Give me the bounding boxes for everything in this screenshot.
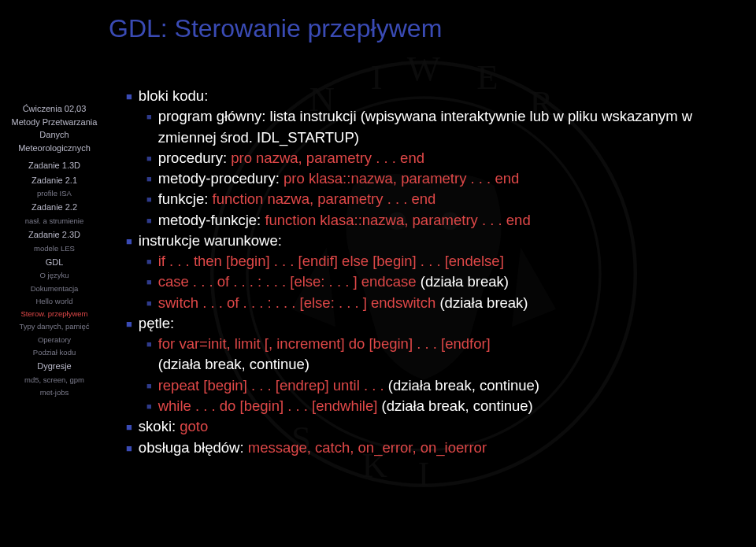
list-item-label: metody-procedury:	[158, 170, 284, 187]
slide-body: ■ bloki kodu: ■ program główny: lista in…	[109, 86, 739, 458]
sidebar-item[interactable]: Dokumentacja	[8, 283, 101, 294]
bullet-icon: ■	[146, 256, 152, 268]
svg-text:I: I	[417, 453, 429, 493]
sidebar-item[interactable]: modele LES	[8, 243, 101, 254]
bullet-icon: ■	[146, 111, 152, 124]
sidebar-item[interactable]: Operatory	[8, 334, 101, 346]
list-item: bloki kodu:	[139, 86, 208, 106]
note-text: (działa break, continue)	[388, 377, 539, 394]
presentation-title-line: Ćwiczenia 02,03	[8, 102, 101, 116]
bullet-icon: ■	[146, 401, 152, 413]
bullet-icon: ■	[126, 420, 132, 434]
sidebar-item[interactable]: profile ISA	[8, 188, 101, 199]
code-text: goto	[180, 418, 208, 434]
bullet-icon: ■	[146, 215, 152, 227]
sidebar-item[interactable]: O języku	[8, 270, 101, 281]
note-text: (działa break, continue)	[377, 397, 532, 414]
bullet-icon: ■	[146, 338, 152, 351]
note-text: (działa break)	[417, 273, 509, 290]
list-item: program główny: lista instrukcji (wpisyw…	[158, 106, 739, 148]
bullet-icon: ■	[146, 173, 152, 186]
sidebar-item[interactable]: met-jobs	[8, 387, 101, 398]
code-text: pro nazwa, parametry . . . end	[231, 150, 424, 166]
bullet-icon: ■	[126, 442, 132, 456]
code-text: pro klasa::nazwa, parametry . . . end	[284, 170, 519, 187]
list-item: pętle:	[139, 313, 174, 334]
code-text: if . . . then [begin] . . . [endif] else…	[158, 251, 504, 272]
bullet-icon: ■	[126, 317, 132, 331]
bullet-icon: ■	[146, 380, 152, 393]
list-item-label: obsługa błędów:	[139, 439, 248, 456]
code-text: case . . . of . . . : . . . [else: . . .…	[158, 273, 417, 290]
code-text: while . . . do [begin] . . . [endwhile]	[158, 397, 378, 414]
code-text: function klasa::nazwa, parametry . . . e…	[265, 212, 530, 228]
sidebar-item[interactable]: Podział kodu	[8, 347, 101, 358]
list-item-label: metody-funkcje:	[158, 212, 265, 228]
presentation-title-line: Metody Przetwarzania Danych Meteorologic…	[8, 116, 101, 155]
slide-title: GDL: Sterowanie przepływem	[109, 14, 739, 43]
sidebar-item[interactable]: Zadanie 2.2	[8, 201, 101, 214]
code-text: repeat [begin] . . . [endrep] until . . …	[158, 377, 388, 394]
code-text: message, catch, on_error, on_ioerror	[248, 439, 487, 456]
code-text: switch . . . of . . . : . . . [else: . .…	[158, 294, 436, 311]
sidebar-item[interactable]: Hello world	[8, 296, 101, 307]
sidebar-item[interactable]: Typy danych, pamięć	[8, 321, 101, 332]
list-item-label: skoki:	[139, 418, 180, 434]
sidebar-item[interactable]: GDL	[8, 256, 101, 269]
bullet-icon: ■	[146, 276, 152, 289]
sidebar-item[interactable]: nasł. a strumienie	[8, 216, 101, 227]
sidebar-item[interactable]: Sterow. przepływem	[8, 309, 101, 320]
sidebar-item[interactable]: md5, screen, gpm	[8, 375, 101, 386]
bullet-icon: ■	[126, 235, 132, 249]
sidebar-nav: Ćwiczenia 02,03 Metody Przetwarzania Dan…	[8, 102, 101, 400]
bullet-icon: ■	[126, 90, 132, 104]
bullet-icon: ■	[146, 153, 152, 165]
sidebar-item[interactable]: Zadanie 2.1	[8, 174, 101, 187]
sidebar-item[interactable]: Zadanie 1.3D	[8, 159, 101, 172]
list-item-label: procedury:	[158, 150, 232, 166]
sidebar-item[interactable]: Zadanie 2.3D	[8, 228, 101, 242]
sidebar-item[interactable]: Dygresje	[8, 360, 101, 373]
note-text: (działa break)	[435, 294, 528, 311]
list-item-label: funkcje:	[158, 190, 213, 207]
code-text: for var=init, limit [, increment] do [be…	[158, 335, 491, 352]
code-text: function nazwa, parametry . . . end	[213, 190, 436, 207]
note-text: (działa break, continue)	[158, 356, 309, 372]
list-item: instrukcje warunkowe:	[139, 231, 282, 251]
bullet-icon: ■	[146, 298, 152, 310]
bullet-icon: ■	[146, 194, 152, 206]
